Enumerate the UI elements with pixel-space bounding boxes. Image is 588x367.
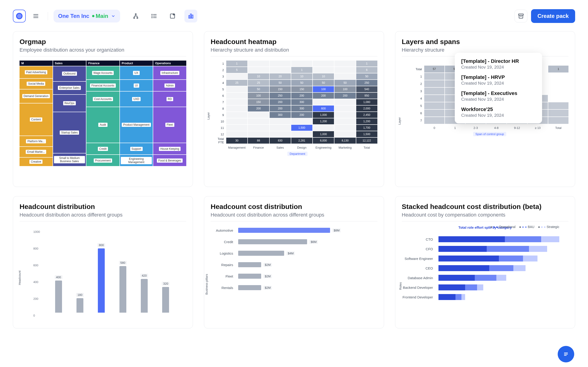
row-label: 6 [217, 94, 226, 98]
row-label: 2 [217, 68, 226, 72]
treemap-cell: Wage Accounts [86, 66, 120, 79]
hbar: Credit$6M [238, 239, 368, 244]
org-switcher[interactable]: One Ten Inc Main [53, 10, 120, 23]
row-label: 5 [411, 104, 424, 108]
hbar-value: $2M [263, 286, 272, 290]
hbar-value: $6M [309, 240, 318, 244]
hbar: Logistics$4M [238, 251, 368, 256]
heatmap-cell [548, 102, 569, 109]
y-tick: 0 [33, 314, 40, 317]
hierarchy-view-icon[interactable] [129, 10, 142, 23]
heatmap-cell: . [334, 125, 355, 131]
treemap-cell: RD [153, 92, 186, 106]
heatmap-cell: 100 [313, 86, 334, 92]
heatmap-cell: . [226, 106, 247, 111]
heatmap-cell [548, 110, 569, 117]
heatmap-cell: 50 [270, 80, 291, 86]
heatmap-cell: . [248, 131, 269, 137]
chat-fab[interactable] [558, 346, 574, 362]
dropdown-item[interactable]: [Template] - Director HRCreated Nov 19, … [455, 56, 542, 72]
column-label: 2-3 [466, 126, 486, 130]
stacked-bar: Backend Developer [439, 284, 559, 290]
menu-icon[interactable] [29, 10, 42, 23]
card-cost-distribution[interactable]: Headcount cost distribution Headcount co… [204, 196, 384, 328]
column-label: Design [291, 146, 312, 149]
dropdown-item-title: [Template] - Director HR [461, 58, 536, 64]
heatmap-cell: 1,200 [356, 118, 377, 124]
hbar-value: $8M [332, 228, 341, 232]
sparkle-icon[interactable] [166, 10, 179, 23]
card-orgmap[interactable]: Orgmap Employee distribution across your… [13, 31, 193, 187]
org-name: One Ten Inc [58, 13, 89, 19]
treemap-cell: Enterprise Sales [53, 82, 86, 94]
treemap-cell: Food & Beverages [153, 155, 186, 166]
heatmap-cell: 50 [313, 80, 334, 86]
stacked-label: CTO [402, 237, 436, 241]
heatmap-cell: 50 [248, 86, 269, 92]
treemap-cell: UI [120, 80, 153, 91]
heatmap-cell: 100 [248, 93, 269, 99]
heatmap-cell: . [313, 60, 334, 67]
heatmap-cell: . [334, 60, 355, 67]
heatmap-cell: 300 [270, 112, 291, 118]
card-hc-distribution[interactable]: Headcount distribution Headcount distrib… [13, 196, 193, 328]
hbar-label: Logistics [211, 251, 236, 255]
bar-value: 420 [140, 274, 148, 277]
svg-point-10 [152, 16, 152, 16]
card-subtitle: Employee distribution across your organi… [19, 47, 186, 56]
dropdown-item[interactable]: [Template] - ExecutivesCreated Nov 19, 2… [455, 88, 542, 104]
bar: 400 [52, 275, 65, 313]
heatmap-cell [424, 73, 444, 80]
bar-chart: Headcount 10008006004002000 400180800580… [19, 225, 186, 322]
chart-view-icon[interactable] [184, 10, 197, 23]
app-logo[interactable] [13, 10, 26, 23]
treemap-cell: Product Management [120, 107, 153, 143]
heatmap-cell: . [226, 93, 247, 99]
heatmap-cell: 300 [291, 106, 312, 111]
treemap-header: M [19, 60, 52, 66]
column-label: ≥ 13 [527, 126, 548, 130]
heatmap-cell: 50 [356, 73, 377, 79]
heatmap-cell: 200 [313, 93, 334, 99]
dropdown-item[interactable]: [Template] - HRVPCreated Nov 19, 2024 [455, 72, 542, 88]
heatmap-cell: . [270, 131, 291, 137]
list-view-icon[interactable] [148, 10, 161, 23]
treemap-cell: Small to Medium Business Sales [53, 153, 86, 166]
dropdown-item-title: [Template] - Executives [461, 90, 536, 96]
bar: 580 [116, 261, 130, 313]
card-heatmap[interactable]: Headcount heatmap Hierarchy structure an… [204, 31, 384, 187]
column-label: Total [548, 126, 569, 130]
heatmap-cell: 600 [313, 106, 334, 111]
column-label: Marketing [334, 146, 355, 149]
card-stacked[interactable]: Stacked headcount cost distribution (bet… [395, 196, 575, 328]
heatmap-cell: 5 [226, 67, 247, 73]
heatmap-cell: 200 [248, 106, 269, 111]
stacked-bar: CTO [439, 236, 559, 242]
heatmap-cell: 540 [356, 86, 377, 92]
hbar-label: Automotive [211, 228, 236, 232]
stacked-chart: Roles Total role effort split by categor… [402, 225, 569, 322]
heatmap-cell: 950 [356, 93, 377, 99]
y-axis-label: Layer [207, 112, 210, 120]
status-dot-icon [92, 15, 95, 17]
heatmap-cell: 2,281 [291, 138, 312, 144]
card-title: Orgmap [19, 38, 186, 46]
y-axis-label: Headcount [18, 271, 21, 285]
svg-rect-14 [190, 14, 191, 18]
dropdown-item[interactable]: Workforce'25Created Nov 19, 2024 [455, 104, 542, 120]
heatmap-cell: 1,700 [356, 125, 377, 131]
dropdown-item-sub: Created Nov 19, 2024 [461, 81, 536, 86]
archive-icon[interactable] [515, 10, 527, 23]
hbar-value: $2M [263, 274, 272, 278]
heatmap-cell: 150 [291, 86, 312, 92]
stacked-bar: Software Engineer [439, 256, 559, 261]
create-pack-button[interactable]: Create pack [531, 9, 575, 23]
heatmap-cell: 25 [226, 80, 247, 86]
heatmap-cell: . [270, 60, 291, 67]
dropdown-item-sub: Created Nov 19, 2024 [461, 113, 536, 118]
row-label: 7 [411, 119, 424, 122]
heatmap-cell: 1 [356, 60, 377, 67]
treemap-cell: Support [120, 143, 153, 154]
heatmap-cell: 1 [291, 67, 312, 73]
treemap-cell: Fleet [153, 107, 186, 143]
